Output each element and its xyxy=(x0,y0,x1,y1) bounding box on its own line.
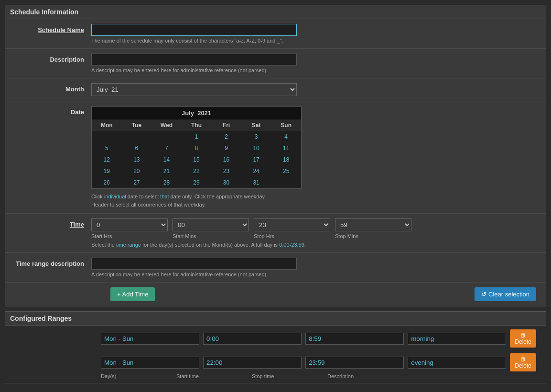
col-desc-label: Description xyxy=(327,373,399,379)
date-link[interactable]: Date xyxy=(71,109,84,116)
calendar-day[interactable]: 25 xyxy=(271,165,301,177)
calendar-day[interactable]: 28 xyxy=(151,177,182,188)
cal-header-tue[interactable]: Tue xyxy=(122,120,152,131)
calendar-day[interactable]: 12 xyxy=(92,154,122,165)
cal-header-sat[interactable]: Sat xyxy=(241,120,271,131)
calendar-week-row: 12131415161718 xyxy=(92,154,301,165)
calendar-day[interactable]: 13 xyxy=(122,154,152,165)
schedule-name-label: Schedule Name xyxy=(5,24,91,33)
time-content: 0123 4567 891011 12131415 16171819 20212… xyxy=(91,218,546,248)
time-link[interactable]: Time xyxy=(70,221,84,228)
delete-range-button[interactable]: 🗑 Delete xyxy=(510,329,536,348)
cal-header-wed[interactable]: Wed xyxy=(151,120,182,131)
calendar-day[interactable]: 24 xyxy=(241,165,271,177)
schedule-name-input[interactable]: morning_evening xyxy=(91,24,297,36)
start-hrs-select[interactable]: 0123 4567 891011 12131415 16171819 20212… xyxy=(91,218,168,231)
start-mins-group: 00051015 20253035 40455055 Start Mins xyxy=(173,218,249,239)
calendar-day[interactable]: 30 xyxy=(211,177,241,188)
clear-selection-button[interactable]: ↺ Clear selection xyxy=(475,287,536,301)
cal-hint-individual: individual xyxy=(104,194,126,199)
month-content: July_21 xyxy=(91,83,546,96)
calendar-day[interactable]: 2 xyxy=(211,131,241,142)
range-description-input[interactable] xyxy=(408,333,506,345)
calendar-day[interactable]: 23 xyxy=(211,165,241,177)
month-row: Month July_21 xyxy=(5,78,546,101)
action-button-row: + Add Time ↺ Clear selection xyxy=(5,283,546,306)
calendar-week-row: 1234 xyxy=(92,131,301,142)
calendar-hint: Click individual date to select that dat… xyxy=(91,193,536,208)
calendar-day[interactable]: 4 xyxy=(271,131,301,142)
add-time-button[interactable]: + Add Time xyxy=(110,287,155,301)
calendar: July_2021 Mon Tue Wed Thu Fri Sat Sun xyxy=(91,106,302,189)
start-hrs-group: 0123 4567 891011 12131415 16171819 20212… xyxy=(91,218,168,239)
calendar-week-row: 19202122232425 xyxy=(92,165,301,177)
description-input[interactable]: schedule for blocking mornings and eveni… xyxy=(91,54,297,65)
calendar-day[interactable]: 26 xyxy=(92,177,122,188)
calendar-day[interactable]: 3 xyxy=(241,131,271,142)
stop-mins-label: Stop Mins xyxy=(335,233,411,239)
month-select[interactable]: July_21 xyxy=(91,83,297,96)
calendar-day[interactable]: 22 xyxy=(182,165,212,177)
range-days-input[interactable] xyxy=(101,357,199,369)
calendar-day[interactable]: 15 xyxy=(182,154,212,165)
calendar-day[interactable]: 29 xyxy=(182,177,212,188)
calendar-day[interactable]: 14 xyxy=(151,154,182,165)
calendar-day[interactable]: 21 xyxy=(151,165,182,177)
range-stop_time-input[interactable] xyxy=(305,333,404,345)
calendar-day[interactable]: 7 xyxy=(151,142,182,154)
stop-hrs-group: 0123 4567 891011 12131415 16171819 20212… xyxy=(254,218,330,239)
calendar-day[interactable]: 10 xyxy=(241,142,271,154)
description-row: Description schedule for blocking mornin… xyxy=(5,49,546,78)
range-stop_time-input[interactable] xyxy=(305,357,404,369)
col-days-label: Day(s) xyxy=(101,373,173,379)
calendar-week-row: 567891011 xyxy=(92,142,301,154)
description-label: Description xyxy=(5,54,91,63)
schedule-name-link[interactable]: Schedule Name xyxy=(38,26,84,33)
range-description-input[interactable] xyxy=(408,357,506,369)
calendar-day[interactable]: 16 xyxy=(211,154,241,165)
start-mins-label: Start Mins xyxy=(173,233,249,239)
stop-hrs-label: Stop Hrs xyxy=(254,233,330,239)
time-range-desc-input[interactable] xyxy=(91,258,297,270)
stop-hrs-select[interactable]: 0123 4567 891011 12131415 16171819 20212… xyxy=(254,218,330,231)
calendar-day[interactable]: 9 xyxy=(211,142,241,154)
calendar-day[interactable]: 18 xyxy=(271,154,301,165)
calendar-day[interactable]: 19 xyxy=(92,165,122,177)
calendar-day[interactable]: 8 xyxy=(182,142,212,154)
time-selects-row: 0123 4567 891011 12131415 16171819 20212… xyxy=(91,218,536,239)
cal-header-fri[interactable]: Fri xyxy=(211,120,241,131)
calendar-day[interactable]: 20 xyxy=(122,165,152,177)
date-label: Date xyxy=(5,106,91,116)
cal-header-sun[interactable]: Sun xyxy=(271,120,301,131)
calendar-day[interactable]: 31 xyxy=(241,177,271,188)
range-days-input[interactable] xyxy=(101,333,199,345)
calendar-title: July_2021 xyxy=(92,107,301,120)
calendar-day[interactable]: 17 xyxy=(241,154,271,165)
col-stop-label: Stop time xyxy=(252,373,324,379)
calendar-day[interactable]: 27 xyxy=(122,177,152,188)
start-hrs-label: Start Hrs xyxy=(91,233,168,239)
calendar-day xyxy=(271,177,301,188)
time-range-desc-content: A description may be entered here for ad… xyxy=(91,258,546,277)
date-row: Date July_2021 Mon Tue Wed Thu Fri Sat S… xyxy=(5,101,546,214)
calendar-day[interactable]: 5 xyxy=(92,142,122,154)
start-mins-select[interactable]: 00051015 20253035 40455055 xyxy=(173,218,249,231)
cal-header-mon[interactable]: Mon xyxy=(92,120,122,131)
delete-range-button[interactable]: 🗑 Delete xyxy=(510,353,536,371)
calendar-day[interactable]: 6 xyxy=(122,142,152,154)
time-range-desc-row: Time range description A description may… xyxy=(5,253,546,283)
stop-mins-select[interactable]: 00051015 20253035 40455055 59 xyxy=(335,218,411,231)
schedule-information-panel: Schedule Information Schedule Name morni… xyxy=(5,5,546,306)
time-range-desc-hint: A description may be entered here for ad… xyxy=(91,272,536,277)
calendar-day[interactable]: 11 xyxy=(271,142,301,154)
cal-header-thu[interactable]: Thu xyxy=(182,120,212,131)
range-rows-container: 🗑 Delete🗑 Delete xyxy=(5,326,546,373)
col-start-label: Start time xyxy=(176,373,248,379)
time-range-desc-label: Time range description xyxy=(5,258,91,267)
calendar-header-row: Mon Tue Wed Thu Fri Sat Sun xyxy=(92,120,301,131)
calendar-day[interactable]: 1 xyxy=(182,131,212,142)
calendar-table: Mon Tue Wed Thu Fri Sat Sun 123456789101… xyxy=(92,120,301,188)
configured-ranges-panel: Configured Ranges 🗑 Delete🗑 Delete Day(s… xyxy=(5,311,546,383)
range-start_time-input[interactable] xyxy=(203,357,302,369)
range-start_time-input[interactable] xyxy=(203,333,302,345)
